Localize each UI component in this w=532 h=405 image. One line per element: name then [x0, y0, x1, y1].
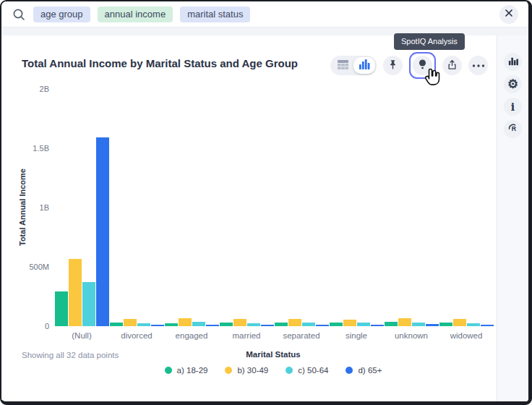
svg-text:R: R	[511, 125, 516, 132]
y-tick-label: 0	[1, 321, 49, 331]
view-toggle	[330, 56, 377, 75]
legend: a) 18-29b) 30-49c) 50-64d) 65+	[54, 366, 492, 375]
search-token-list: age groupannual incomemarital status	[33, 7, 499, 22]
r-analysis-button[interactable]: R	[504, 120, 522, 138]
bar[interactable]	[330, 323, 343, 326]
x-category-label: engaged	[164, 331, 219, 340]
x-category-label: unknown	[384, 331, 439, 340]
bar[interactable]	[316, 325, 329, 326]
bar[interactable]	[151, 325, 164, 326]
bar[interactable]	[302, 323, 315, 326]
spotiq-balloon-icon	[416, 58, 429, 74]
bar-chart-plot: (Null)divorcedengagedmarriedseparatedsin…	[54, 89, 492, 326]
answer-window: age groupannual incomemarital status Tot…	[0, 0, 532, 405]
x-category-label: married	[219, 331, 274, 340]
right-icon-rail: ⚙ i R	[497, 35, 528, 401]
bar-group: separated	[274, 89, 329, 326]
bar[interactable]	[233, 319, 246, 326]
y-tick-label: 500M	[1, 262, 49, 272]
y-axis-ticks: 0500M1B1.5B2B	[1, 89, 49, 326]
bar-group: widowed	[439, 89, 494, 326]
answer-title: Total Annual Income by Marital Status an…	[22, 57, 298, 69]
bar-group: married	[219, 89, 274, 326]
y-tick-label: 2B	[1, 84, 49, 94]
close-icon	[505, 9, 513, 20]
chart-config-button[interactable]	[504, 53, 522, 71]
legend-label: a) 18-29	[177, 366, 208, 375]
legend-item[interactable]: c) 50-64	[286, 366, 328, 375]
bar[interactable]	[124, 319, 137, 326]
legend-item[interactable]: a) 18-29	[165, 366, 208, 375]
bar-group: engaged	[164, 89, 219, 326]
spotiq-tooltip: SpotIQ Analysis	[394, 33, 465, 50]
bar[interactable]	[96, 137, 109, 326]
settings-button[interactable]: ⚙	[504, 75, 522, 93]
bar[interactable]	[192, 322, 205, 326]
pin-button[interactable]	[383, 56, 403, 75]
bar[interactable]	[55, 291, 68, 326]
legend-dot	[346, 367, 353, 374]
bar[interactable]	[220, 323, 233, 326]
bar[interactable]	[82, 282, 95, 326]
x-category-label: separated	[274, 331, 329, 340]
y-tick-label: 1B	[1, 202, 49, 213]
legend-label: b) 30-49	[237, 366, 268, 375]
spotiq-focus-ring	[409, 52, 436, 79]
bar[interactable]	[165, 323, 178, 326]
bar[interactable]	[412, 323, 425, 326]
bar[interactable]	[110, 323, 123, 326]
bar[interactable]	[137, 323, 150, 326]
share-icon	[446, 59, 458, 73]
bar[interactable]	[69, 259, 82, 326]
bar[interactable]	[439, 323, 452, 326]
bar-group: single	[329, 89, 384, 326]
bar[interactable]	[467, 323, 480, 326]
table-view-icon	[337, 59, 349, 72]
share-button[interactable]	[442, 56, 462, 75]
bar[interactable]	[275, 323, 288, 326]
legend-dot	[165, 367, 172, 374]
legend-dot	[225, 367, 232, 374]
chart-view-button[interactable]	[353, 57, 375, 74]
search-token[interactable]: marital status	[180, 7, 250, 22]
legend-dot	[286, 367, 293, 374]
x-category-label: widowed	[439, 331, 494, 340]
search-token[interactable]: age group	[33, 7, 90, 22]
pin-icon	[387, 59, 399, 73]
bar[interactable]	[481, 325, 494, 326]
bar[interactable]	[247, 323, 260, 326]
info-button[interactable]: i	[504, 98, 522, 116]
bar[interactable]	[206, 325, 219, 326]
table-view-button[interactable]	[332, 57, 353, 74]
chart-config-icon	[508, 55, 518, 69]
x-category-label: single	[329, 331, 384, 340]
search-icon	[12, 7, 26, 22]
bar[interactable]	[357, 323, 370, 326]
spotiq-analysis-button[interactable]	[413, 56, 432, 75]
more-options-button[interactable]	[468, 56, 488, 75]
bar[interactable]	[453, 319, 466, 326]
search-token[interactable]: annual income	[98, 7, 173, 22]
bar-group: unknown	[384, 89, 439, 326]
bar-group: divorced	[109, 89, 164, 326]
bar[interactable]	[371, 325, 384, 326]
bar[interactable]	[398, 318, 411, 326]
close-button[interactable]	[499, 5, 518, 24]
legend-label: d) 65+	[358, 366, 382, 375]
search-bar: age groupannual incomemarital status	[1, 1, 528, 27]
x-category-label: (Null)	[54, 331, 109, 340]
more-options-icon	[472, 64, 485, 67]
bar[interactable]	[426, 324, 439, 326]
bar[interactable]	[179, 318, 192, 326]
legend-item[interactable]: d) 65+	[346, 366, 382, 375]
x-category-label: divorced	[109, 331, 164, 340]
r-analysis-icon: R	[507, 122, 520, 137]
legend-item[interactable]: b) 30-49	[225, 366, 268, 375]
bar[interactable]	[343, 320, 356, 327]
bar[interactable]	[261, 325, 274, 326]
answer-card: Total Annual Income by Marital Status an…	[1, 35, 497, 401]
settings-gear-icon: ⚙	[507, 77, 518, 92]
bar[interactable]	[288, 319, 301, 326]
bar[interactable]	[385, 322, 398, 326]
search-input[interactable]	[257, 9, 499, 20]
